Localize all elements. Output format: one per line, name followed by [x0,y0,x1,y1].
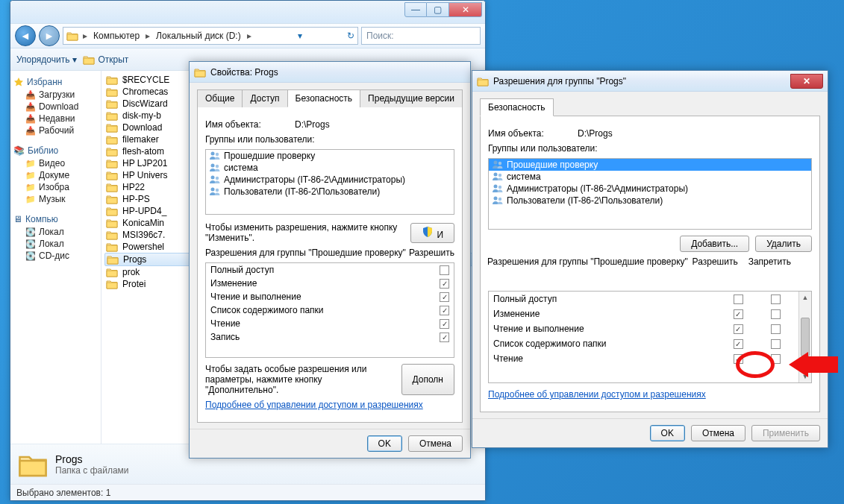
sidebar-item[interactable]: 📁Музык [13,193,98,205]
permissions-grid: Полный доступИзменениеЧтение и выполнени… [488,291,812,383]
permissions-table: Полный доступИзменениеЧтение и выполнени… [205,262,454,358]
sidebar-favorites-header[interactable]: Избранн [13,75,98,89]
groups-users-label: Группы или пользователи: [205,134,454,145]
permission-row: Полный доступ [206,263,454,277]
sidebar-computer-header[interactable]: 🖥 Компью [13,212,98,226]
allow-checkbox[interactable] [734,354,743,364]
permission-row: Полный доступ [489,292,798,306]
sidebar-item[interactable]: 💽Локал [13,238,98,250]
ok-button[interactable]: OK [367,435,402,452]
sidebar-item[interactable]: 📁Докуме [13,169,98,181]
deny-column-header: Запретить [748,256,791,267]
cancel-button[interactable]: Отмена [691,425,745,441]
add-button[interactable]: Добавить... [680,236,749,252]
allow-checkbox[interactable] [734,309,743,319]
permission-row: Список содержимого папки [489,336,798,351]
open-button[interactable]: Открыт [83,54,128,65]
learn-more-link[interactable]: Подробнее об управлении доступом и разре… [488,389,706,400]
sidebar-item[interactable]: 📥Рабочий [13,125,98,136]
edit-button[interactable]: И [410,223,454,243]
nav-forward-button[interactable]: ► [39,25,60,46]
user-item[interactable]: Прошедшие проверку [489,159,811,171]
permissions-label: Разрешения для группы "Прошедшие проверк… [205,248,406,258]
deny-checkbox[interactable] [771,354,781,364]
explorer-navbar: ◄ ► ▸ Компьютер ▸ Локальный диск (D:) ▸ … [10,23,485,48]
allow-checkbox [440,265,449,275]
deny-checkbox[interactable] [771,339,781,349]
breadcrumb-item[interactable]: Локальный диск (D:) [154,31,243,41]
allow-checkbox [440,333,449,342]
object-name-label: Имя объекта: [488,128,578,139]
advanced-button[interactable]: Дополн [401,364,454,395]
explorer-sidebar: Избранн 📥Загрузки📥Download📥Недавни📥Рабоч… [10,71,101,444]
sidebar-item[interactable]: 📁Изобра [13,181,98,193]
scrollbar-thumb[interactable] [801,318,810,356]
allow-checkbox [440,279,449,289]
refresh-icon[interactable]: ↻ [347,31,354,41]
user-item[interactable]: Администраторы (IT-86-2\Администраторы) [489,183,811,195]
status-bar: Выбрано элементов: 1 [10,484,485,500]
object-path: D:\Progs [295,119,330,130]
user-item[interactable]: Пользователи (IT-86-2\Пользователи) [489,195,811,207]
allow-checkbox[interactable] [734,294,743,304]
breadcrumb-item[interactable]: Компьютер [92,31,141,41]
deny-checkbox[interactable] [771,294,781,304]
address-bar[interactable]: ▸ Компьютер ▸ Локальный диск (D:) ▸ ▾ ↻ [63,27,358,45]
sidebar-item[interactable]: 📥Download [13,101,98,113]
allow-checkbox[interactable] [734,339,743,349]
permission-row: Чтение и выполнение [489,321,798,336]
dropdown-icon[interactable]: ▾ [298,31,302,41]
user-item[interactable]: система [489,171,811,183]
tab[interactable]: Безопасность [287,89,361,107]
edit-hint: Чтобы изменить разрешения, нажмите кнопк… [205,222,404,243]
apply-button[interactable]: Применить [751,425,820,441]
folder-icon [477,75,489,87]
minimize-button[interactable]: — [404,2,427,17]
tab[interactable]: Доступ [242,89,287,107]
properties-titlebar: Свойства: Progs [190,62,470,83]
sidebar-item[interactable]: 💽Локал [13,226,98,238]
allow-checkbox[interactable] [734,324,743,334]
sidebar-libraries-header[interactable]: 📚 Библио [13,144,98,157]
permissions-title: Разрешения для группы "Progs" [493,76,626,86]
ok-button[interactable]: OK [650,425,685,441]
allow-checkbox [440,292,449,302]
object-name-label: Имя объекта: [205,119,295,130]
user-item[interactable]: система [206,162,454,174]
user-item[interactable]: Пользователи (IT-86-2\Пользователи) [206,186,454,198]
users-listbox[interactable]: Прошедшие проверкусистемаАдминистраторы … [205,149,454,215]
user-item[interactable]: Администраторы (IT-86-2\Администраторы) [206,174,454,186]
tab[interactable]: Общие [197,89,243,107]
allow-checkbox [440,319,449,329]
folder-icon [194,66,206,78]
nav-back-button[interactable]: ◄ [15,25,36,46]
allow-column-header: Разрешить [693,256,738,267]
deny-checkbox[interactable] [771,324,781,334]
sidebar-item[interactable]: 💽CD-дис [13,250,98,262]
close-button[interactable]: ✕ [790,74,823,89]
permission-row: Изменение [206,277,454,290]
sidebar-item[interactable]: 📥Загрузки [13,89,98,101]
scrollbar[interactable]: ▲▼ [798,292,811,382]
user-item[interactable]: Прошедшие проверку [206,150,454,162]
sidebar-item[interactable]: 📁Видео [13,157,98,169]
permission-row: Изменение [489,306,798,321]
permission-row: Список содержимого папки [206,303,454,317]
deny-checkbox[interactable] [771,309,781,319]
permission-row: Чтение [206,317,454,330]
groups-users-label: Группы или пользователи: [488,143,812,154]
cancel-button[interactable]: Отмена [408,435,463,452]
tab-security[interactable]: Безопасность [480,98,554,116]
search-input[interactable]: Поиск: [361,27,481,45]
properties-dialog: Свойства: Progs ОбщиеДоступБезопасностьП… [189,61,471,459]
organize-button[interactable]: Упорядочить ▾ [16,54,77,65]
tab[interactable]: Предыдущие версии [360,89,463,107]
maximize-button[interactable]: ▢ [427,2,449,17]
details-type: Папка с файлами [55,465,129,476]
close-button[interactable]: ✕ [449,2,482,17]
remove-button[interactable]: Удалить [755,236,812,252]
users-listbox[interactable]: Прошедшие проверкусистемаАдминистраторы … [488,158,812,230]
learn-more-link[interactable]: Подробнее об управлении доступом и разре… [205,400,423,410]
properties-tabs: ОбщиеДоступБезопасностьПредыдущие версии [197,89,463,107]
sidebar-item[interactable]: 📥Недавни [13,113,98,125]
